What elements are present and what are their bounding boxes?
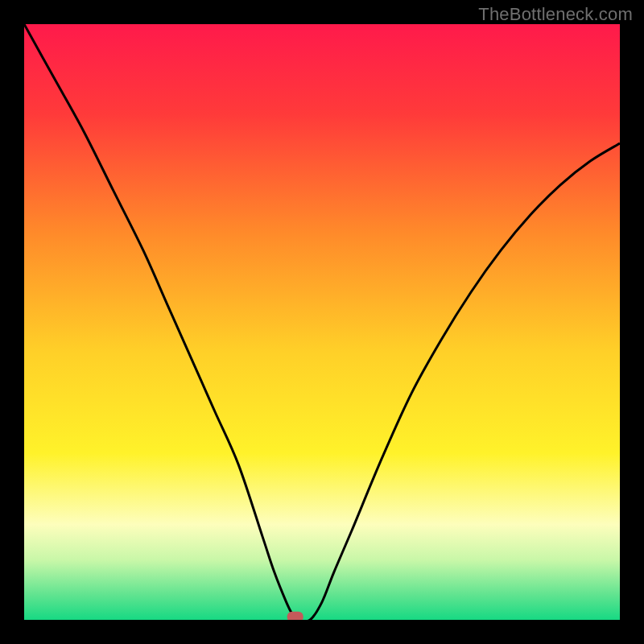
chart-background bbox=[24, 24, 620, 620]
watermark-text: TheBottleneck.com bbox=[478, 4, 633, 25]
chart-frame: TheBottleneck.com bbox=[0, 0, 644, 644]
chart-svg bbox=[24, 24, 620, 620]
minimum-marker bbox=[287, 612, 303, 620]
plot-area bbox=[24, 24, 620, 620]
